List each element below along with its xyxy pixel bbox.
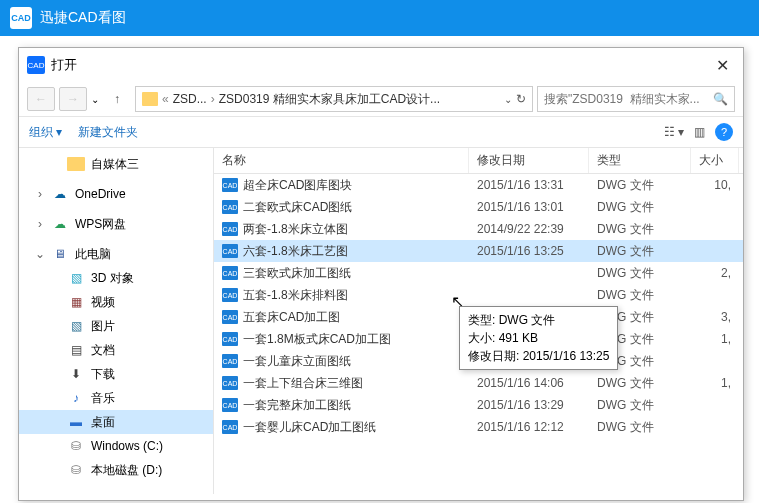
file-name: 一套儿童床立面图纸 xyxy=(243,353,351,370)
file-type: DWG 文件 xyxy=(589,221,691,238)
file-row[interactable]: CAD一套完整床加工图纸2015/1/16 13:29DWG 文件 xyxy=(214,394,743,416)
breadcrumb-item[interactable]: ZSD... xyxy=(173,92,207,106)
file-row[interactable]: CAD一套上下组合床三维图2015/1/16 14:06DWG 文件1, xyxy=(214,372,743,394)
dialog-title: 打开 xyxy=(51,56,710,74)
sidebar-item-music[interactable]: ♪音乐 xyxy=(19,386,213,410)
chevron-right-icon: › xyxy=(211,92,215,106)
breadcrumb-item[interactable]: ZSD0319 精细实木家具床加工CAD设计... xyxy=(219,91,440,108)
search-input[interactable] xyxy=(544,92,707,106)
sidebar-item-doc[interactable]: ▤文档 xyxy=(19,338,213,362)
sidebar-item-disk[interactable]: ⛁本地磁盘 (D:) xyxy=(19,458,213,482)
view-mode-button[interactable]: ☷ ▾ xyxy=(664,125,684,139)
file-size: 10, xyxy=(691,178,743,192)
col-size[interactable]: 大小 xyxy=(691,148,739,173)
content-area: 自媒体三›☁OneDrive›☁WPS网盘⌄🖥此电脑▧3D 对象▦视频▧图片▤文… xyxy=(19,148,743,494)
file-name: 超全床CAD图库图块 xyxy=(243,177,352,194)
search-box[interactable]: 🔍 xyxy=(537,86,735,112)
tooltip-date: 修改日期: 2015/1/16 13:25 xyxy=(468,347,609,365)
file-size: 1, xyxy=(691,376,743,390)
file-row[interactable]: CAD五套-1.8米床排料图DWG 文件 xyxy=(214,284,743,306)
toolbar: 组织 ▾ 新建文件夹 ☷ ▾ ▥ ? xyxy=(19,116,743,148)
col-type[interactable]: 类型 xyxy=(589,148,691,173)
sidebar-item-label: 文档 xyxy=(91,342,115,359)
file-name: 两套-1.8米床立体图 xyxy=(243,221,348,238)
file-row[interactable]: CAD二套欧式床CAD图纸2015/1/16 13:01DWG 文件 xyxy=(214,196,743,218)
video-icon: ▦ xyxy=(67,294,85,310)
file-date: 2015/1/16 14:06 xyxy=(469,376,589,390)
file-size: 3, xyxy=(691,310,743,324)
sidebar-item-video[interactable]: ▦视频 xyxy=(19,290,213,314)
sidebar-item-label: 此电脑 xyxy=(75,246,111,263)
new-folder-button[interactable]: 新建文件夹 xyxy=(78,124,138,141)
dwg-icon: CAD xyxy=(222,354,238,368)
sidebar[interactable]: 自媒体三›☁OneDrive›☁WPS网盘⌄🖥此电脑▧3D 对象▦视频▧图片▤文… xyxy=(19,148,214,494)
file-type: DWG 文件 xyxy=(589,243,691,260)
file-type: DWG 文件 xyxy=(589,265,691,282)
organize-button[interactable]: 组织 ▾ xyxy=(29,124,62,141)
dwg-icon: CAD xyxy=(222,178,238,192)
dialog-header: CAD 打开 ✕ xyxy=(19,48,743,82)
sidebar-item-label: Windows (C:) xyxy=(91,439,163,453)
file-name: 一套上下组合床三维图 xyxy=(243,375,363,392)
path-dropdown[interactable]: ⌄ xyxy=(504,94,512,105)
open-dialog: CAD 打开 ✕ ← → ⌄ ↑ « ZSD... › ZSD0319 精细实木… xyxy=(18,47,744,501)
preview-pane-button[interactable]: ▥ xyxy=(694,125,705,139)
sidebar-item-label: OneDrive xyxy=(75,187,126,201)
file-row[interactable]: CAD六套-1.8米床工艺图2015/1/16 13:25DWG 文件 xyxy=(214,240,743,262)
forward-button[interactable]: → xyxy=(59,87,87,111)
search-icon[interactable]: 🔍 xyxy=(713,92,728,106)
file-date: 2014/9/22 22:39 xyxy=(469,222,589,236)
dwg-icon: CAD xyxy=(222,266,238,280)
file-type: DWG 文件 xyxy=(589,419,691,436)
breadcrumb[interactable]: « ZSD... › ZSD0319 精细实木家具床加工CAD设计... ⌄ ↻ xyxy=(135,86,533,112)
wps-icon: ☁ xyxy=(51,216,69,232)
file-name: 五套床CAD加工图 xyxy=(243,309,340,326)
file-type: DWG 文件 xyxy=(589,397,691,414)
col-name[interactable]: 名称 xyxy=(214,148,469,173)
history-dropdown[interactable]: ⌄ xyxy=(91,94,99,105)
sidebar-item-label: 3D 对象 xyxy=(91,270,134,287)
sidebar-item-label: 图片 xyxy=(91,318,115,335)
sidebar-item-label: 下载 xyxy=(91,366,115,383)
file-row[interactable]: CAD超全床CAD图库图块2015/1/16 13:31DWG 文件10, xyxy=(214,174,743,196)
dwg-icon: CAD xyxy=(222,332,238,346)
folder-icon xyxy=(67,157,85,171)
back-button[interactable]: ← xyxy=(27,87,55,111)
file-row[interactable]: CAD三套欧式床加工图纸DWG 文件2, xyxy=(214,262,743,284)
close-button[interactable]: ✕ xyxy=(710,56,735,75)
app-title-bar: CAD 迅捷CAD看图 xyxy=(0,0,759,36)
sidebar-item-pic[interactable]: ▧图片 xyxy=(19,314,213,338)
refresh-button[interactable]: ↻ xyxy=(516,92,526,106)
disk-icon: ⛁ xyxy=(67,438,85,454)
file-row[interactable]: CAD一套婴儿床CAD加工图纸2015/1/16 12:12DWG 文件 xyxy=(214,416,743,438)
dwg-icon: CAD xyxy=(222,398,238,412)
file-type: DWG 文件 xyxy=(589,375,691,392)
file-type: DWG 文件 xyxy=(589,287,691,304)
file-date: 2015/1/16 13:01 xyxy=(469,200,589,214)
help-button[interactable]: ? xyxy=(715,123,733,141)
d3-icon: ▧ xyxy=(67,270,85,286)
nav-bar: ← → ⌄ ↑ « ZSD... › ZSD0319 精细实木家具床加工CAD设… xyxy=(19,82,743,116)
sidebar-item-d3[interactable]: ▧3D 对象 xyxy=(19,266,213,290)
pic-icon: ▧ xyxy=(67,318,85,334)
dialog-icon: CAD xyxy=(27,56,45,74)
up-button[interactable]: ↑ xyxy=(103,87,131,111)
file-type: DWG 文件 xyxy=(589,199,691,216)
file-type: DWG 文件 xyxy=(589,177,691,194)
col-date[interactable]: 修改日期 xyxy=(469,148,589,173)
sidebar-item-dl[interactable]: ⬇下载 xyxy=(19,362,213,386)
dwg-icon: CAD xyxy=(222,200,238,214)
sidebar-item-pc[interactable]: ⌄🖥此电脑 xyxy=(19,242,213,266)
column-headers[interactable]: 名称 修改日期 类型 大小 xyxy=(214,148,743,174)
sidebar-item-desk[interactable]: ▬桌面 xyxy=(19,410,213,434)
tooltip-size: 大小: 491 KB xyxy=(468,329,609,347)
sidebar-item-disk[interactable]: ⛁Windows (C:) xyxy=(19,434,213,458)
app-title: 迅捷CAD看图 xyxy=(40,9,126,27)
sidebar-item-wps[interactable]: ›☁WPS网盘 xyxy=(19,212,213,236)
sidebar-item-label: 视频 xyxy=(91,294,115,311)
file-row[interactable]: CAD两套-1.8米床立体图2014/9/22 22:39DWG 文件 xyxy=(214,218,743,240)
file-name: 五套-1.8米床排料图 xyxy=(243,287,348,304)
sidebar-item-onedrive[interactable]: ›☁OneDrive xyxy=(19,182,213,206)
sidebar-item-folder[interactable]: 自媒体三 xyxy=(19,152,213,176)
sidebar-item-label: 本地磁盘 (D:) xyxy=(91,462,162,479)
